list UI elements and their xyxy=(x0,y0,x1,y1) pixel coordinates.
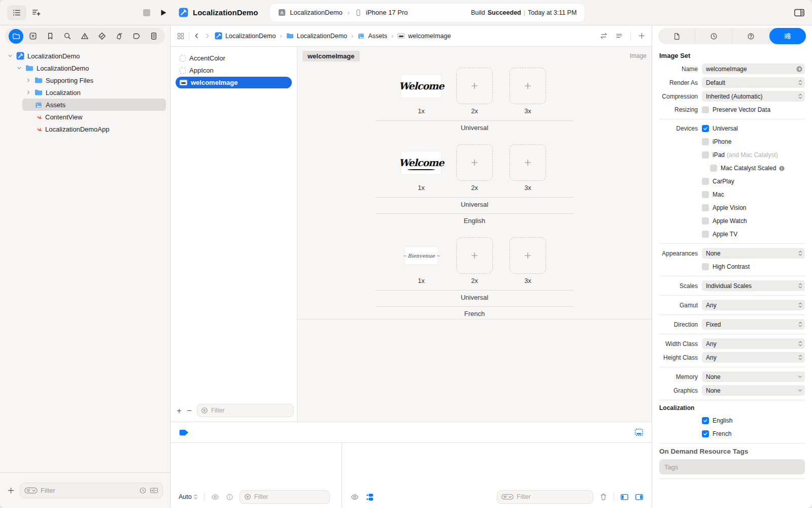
run-destination[interactable]: iPhone 17 Pro xyxy=(366,9,408,16)
image-slot-1x-filled[interactable]: Welcome xyxy=(401,75,441,98)
localization-english-checkbox[interactable] xyxy=(702,417,709,424)
preserve-vector-checkbox[interactable] xyxy=(702,106,709,113)
device-universal-checkbox[interactable] xyxy=(702,125,709,132)
tab-attributes-inspector[interactable] xyxy=(769,28,806,44)
image-slot-3x-empty[interactable] xyxy=(510,68,546,104)
image-slot-2x-empty[interactable] xyxy=(456,68,493,104)
tree-item-contentview[interactable]: ContentView xyxy=(22,111,166,123)
asset-item-welcomeimage[interactable]: welcomeImage xyxy=(176,77,292,88)
info-filled-icon[interactable] xyxy=(779,165,785,172)
height-class-popup[interactable]: Any xyxy=(702,352,805,363)
tab-reports-navigator[interactable] xyxy=(146,28,161,44)
breadcrumb-item[interactable]: LocalizationDemo xyxy=(297,33,347,40)
device-iphone-checkbox[interactable] xyxy=(702,138,709,145)
tree-item-assets[interactable]: Assets xyxy=(22,99,166,111)
odr-tags-field[interactable]: Tags xyxy=(659,459,805,474)
lower-left-filter-input[interactable] xyxy=(254,493,325,500)
remove-asset-button[interactable]: − xyxy=(187,406,192,415)
device-apple-tv-checkbox[interactable] xyxy=(702,231,709,238)
tree-item-localization[interactable]: Localization xyxy=(22,86,166,99)
device-mac-checkbox[interactable] xyxy=(702,191,709,198)
breadcrumb-item[interactable]: Assets xyxy=(368,33,387,40)
tab-tests-navigator[interactable] xyxy=(94,28,110,44)
device-apple-watch-checkbox[interactable] xyxy=(702,217,709,225)
tab-help-inspector[interactable] xyxy=(732,28,769,44)
panel-left-icon[interactable] xyxy=(620,493,629,501)
device-carplay-checkbox[interactable] xyxy=(702,178,709,185)
lower-left-filter-field[interactable] xyxy=(240,490,330,504)
eye-icon[interactable] xyxy=(211,493,220,501)
recents-clock-icon[interactable] xyxy=(139,487,147,494)
back-chevron-icon[interactable] xyxy=(193,33,200,39)
stop-button[interactable] xyxy=(143,9,150,16)
tab-debug-navigator[interactable] xyxy=(112,28,127,44)
navigator-filter-field[interactable] xyxy=(20,483,163,498)
plus-minus-filter-icon[interactable] xyxy=(150,487,158,494)
image-slot-1x-filled[interactable]: Bienvenue xyxy=(405,247,437,264)
width-class-popup[interactable]: Any xyxy=(702,338,805,349)
navigator-filter-input[interactable] xyxy=(41,487,136,494)
add-asset-button[interactable]: + xyxy=(177,406,182,415)
asset-item-accentcolor[interactable]: AccentColor xyxy=(176,52,292,64)
tab-find-navigator[interactable] xyxy=(60,28,75,44)
tab-project-navigator[interactable] xyxy=(9,29,23,44)
tree-item-group[interactable]: LocalizationDemo xyxy=(13,62,166,74)
render-as-popup[interactable]: Default xyxy=(702,77,805,88)
tab-breakpoints-navigator[interactable] xyxy=(129,28,144,44)
info-icon[interactable] xyxy=(226,493,233,501)
memory-dropdown[interactable]: None xyxy=(702,371,805,382)
chevron-right-icon[interactable] xyxy=(25,78,31,83)
swap-arrows-icon[interactable] xyxy=(599,32,608,40)
image-slot-1x-filled[interactable]: Welcome xyxy=(401,151,441,174)
chevron-down-icon[interactable] xyxy=(16,66,22,71)
show-slicing-icon[interactable] xyxy=(365,493,374,501)
run-button[interactable] xyxy=(159,9,167,17)
name-field[interactable]: welcomeImage xyxy=(702,64,805,74)
breadcrumb-item[interactable]: welcomeImage xyxy=(408,33,451,40)
inspector-toggle-button[interactable] xyxy=(794,8,805,18)
tag-icon[interactable] xyxy=(179,429,189,436)
add-editor-icon[interactable] xyxy=(638,32,646,40)
image-slot-2x-empty[interactable] xyxy=(456,237,493,274)
tree-item-app-file[interactable]: LocalizationDemoApp xyxy=(22,123,166,135)
tab-file-inspector[interactable] xyxy=(658,28,695,44)
related-items-grid-icon[interactable] xyxy=(177,32,185,40)
lower-right-filter-input[interactable] xyxy=(517,493,589,500)
image-slot-3x-empty[interactable] xyxy=(510,237,546,274)
asset-item-appicon[interactable]: AppIcon xyxy=(176,65,292,76)
asset-filter-field[interactable] xyxy=(197,404,294,417)
forward-chevron-icon[interactable] xyxy=(204,33,211,39)
breadcrumb-item[interactable]: LocalizationDemo xyxy=(225,33,276,40)
device-display-icon[interactable] xyxy=(634,428,644,436)
device-apple-vision-checkbox[interactable] xyxy=(702,204,709,211)
image-slot-2x-empty[interactable] xyxy=(456,144,493,181)
high-contrast-checkbox[interactable] xyxy=(702,263,709,270)
go-arrow-icon[interactable] xyxy=(796,66,803,73)
image-slot-3x-empty[interactable] xyxy=(510,144,546,181)
tree-item-supporting-files[interactable]: Supporting Files xyxy=(22,74,166,86)
scales-popup[interactable]: Individual Scales xyxy=(702,280,805,291)
auto-popup[interactable]: Auto xyxy=(179,493,198,500)
lower-right-filter-field[interactable] xyxy=(497,490,593,504)
gamut-popup[interactable]: Any xyxy=(702,300,805,310)
tab-bookmarks-navigator[interactable] xyxy=(43,28,58,44)
chevron-down-icon[interactable] xyxy=(7,53,13,58)
panel-right-icon[interactable] xyxy=(635,493,644,501)
chevron-right-icon[interactable] xyxy=(25,90,31,95)
scheme-selector[interactable]: A LocalizationDemo › iPhone 17 Pro xyxy=(278,9,408,16)
direction-popup[interactable]: Fixed xyxy=(702,319,805,330)
graphics-dropdown[interactable]: None xyxy=(702,385,805,396)
asset-filter-input[interactable] xyxy=(211,407,290,414)
tab-issues-navigator[interactable] xyxy=(77,28,92,44)
navigator-toggle-button[interactable] xyxy=(7,5,26,20)
appearances-popup[interactable]: None xyxy=(702,248,805,259)
compose-intelligence-button[interactable] xyxy=(31,8,42,18)
tab-changes-navigator[interactable] xyxy=(25,28,41,44)
scheme-destination-pill[interactable]: A LocalizationDemo › iPhone 17 Pro Build… xyxy=(270,4,585,22)
tab-history-inspector[interactable] xyxy=(695,28,732,44)
add-button[interactable] xyxy=(7,487,15,494)
localization-french-checkbox[interactable] xyxy=(702,430,709,437)
device-mac-catalyst-scaled-checkbox[interactable] xyxy=(710,165,717,172)
tree-item-project-root[interactable]: LocalizationDemo xyxy=(4,50,166,62)
trash-icon[interactable] xyxy=(599,493,607,501)
